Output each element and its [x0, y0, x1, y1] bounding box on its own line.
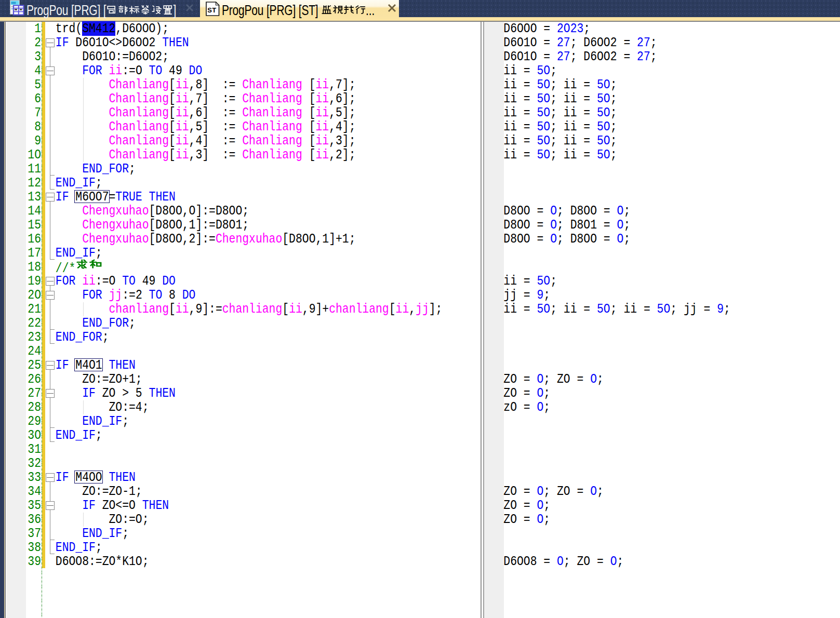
svg-text:ST: ST: [207, 6, 217, 14]
